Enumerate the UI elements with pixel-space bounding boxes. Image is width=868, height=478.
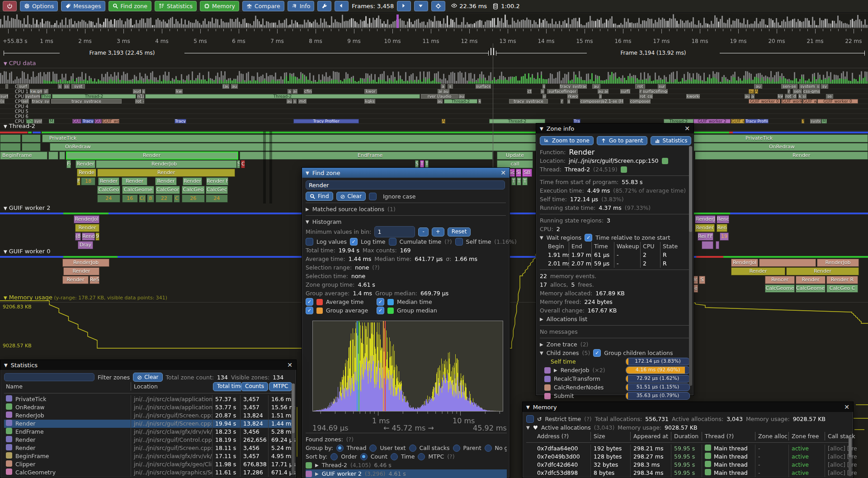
statistics-scrollbar[interactable] [292, 383, 295, 475]
zone-Tracy Profiler[interactable]: Tracy Profiler [745, 119, 769, 123]
zone-Dray[interactable]: Dray [78, 241, 93, 249]
collapse-triangle-icon[interactable]: ▼ [4, 363, 8, 368]
total-time-sort-button[interactable]: Total time [213, 382, 241, 391]
collapse-triangle-icon[interactable]: ▼ [4, 61, 7, 66]
next-frame-button[interactable] [397, 1, 411, 11]
log-time-checkbox[interactable]: ✓ [350, 238, 358, 246]
zone-au[interactable]: au [458, 94, 465, 99]
zone-md[interactable]: md [298, 99, 307, 104]
reset-button[interactable]: Reset [448, 227, 471, 237]
zone-OnRedraw[interactable]: OnRedrawOnRedraw [50, 143, 868, 151]
scrollbar-thumb[interactable] [689, 146, 692, 232]
zone-16[interactable]: 16 [122, 194, 138, 203]
zone-(s[interactable]: (s [0, 99, 5, 104]
sort-by-radio[interactable] [360, 453, 368, 460]
zone-surfaceflinger[interactable]: surfaceflinger [547, 89, 578, 94]
zone-rot_co[interactable]: rot_co [639, 94, 653, 99]
clear-filter-button[interactable]: ⊘Clear [133, 373, 162, 382]
sort-by-radio[interactable] [391, 453, 398, 460]
zone-C[interactable]: C [241, 160, 245, 168]
zone-au[interactable]: au [287, 99, 292, 104]
zone-unnamed[interactable] [5, 84, 8, 89]
zone-kw[interactable]: kw [175, 89, 183, 94]
zone-composer@[interactable]: composer@ [630, 99, 651, 104]
zone-Ren[interactable]: Ren [717, 224, 727, 232]
frame-overview-strip[interactable] [0, 14, 868, 28]
allocations-list-row[interactable]: ▶Allocations list [540, 315, 690, 323]
self-time-checkbox[interactable] [455, 238, 463, 246]
zone-sl[interactable]: sl [43, 89, 48, 94]
allocation-row[interactable]: 0x7e049b3d00128 bytes298.27 ms59.95 sMai… [526, 453, 849, 461]
found-zone-thread-row[interactable]: ▶Thread-2(4,105)6.46 s [306, 461, 507, 469]
statistics-row[interactable]: RenderJobjni/../jni/src/guif/Screen.cpp:… [4, 412, 292, 420]
zone-RenderJob[interactable]: RenderJob [62, 259, 109, 267]
zone-Render[interactable]: Render [695, 151, 868, 160]
zone-CalcGeo C[interactable]: CalcGeo C [826, 284, 858, 293]
frame-popup-button[interactable] [414, 1, 428, 11]
zone-Render[interactable]: Render [122, 177, 147, 185]
zone-a[interactable]: a [751, 94, 755, 99]
zone-trace-row[interactable]: ▶Zone trace(2) [540, 340, 690, 349]
zone-kworke[interactable]: kworke [686, 94, 700, 99]
min-bin-plus-button[interactable]: + [432, 227, 444, 237]
group-by-radio[interactable] [409, 445, 416, 452]
zone-Si[interactable]: Si [516, 169, 521, 177]
zone-a[interactable]: a [599, 94, 602, 99]
zone-Rend[interactable]: Rend [717, 215, 729, 223]
legend-checkbox[interactable]: ✓ [306, 307, 313, 314]
zone-Tracy Profiler[interactable]: Tracy Profiler [293, 119, 359, 123]
zone-CalcGeo[interactable]: CalcGeo [97, 186, 120, 194]
zone-Render[interactable]: Render [66, 151, 238, 160]
collapse-triangle-icon[interactable]: ▼ [4, 249, 7, 254]
zone-T[interactable]: T [517, 177, 521, 185]
zone-aud[interactable]: aud [133, 89, 141, 94]
zone-s[interactable]: s [293, 99, 297, 104]
legend-checkbox[interactable]: ✓ [306, 298, 313, 306]
zone-s[interactable]: s [58, 84, 62, 89]
statistics-button[interactable]: Statistics [155, 1, 197, 11]
zone-Render[interactable]: Render [97, 169, 235, 177]
child-zone-row[interactable]: Submit35.63 µs (0.79%) [540, 392, 690, 400]
zone-Thread-2[interactable]: Thread-2 [145, 94, 420, 99]
find-zone-panel-titlebar[interactable]: ▼Find zone✕ [302, 168, 509, 178]
zone-Render[interactable]: Render [62, 276, 89, 284]
zone-s[interactable]: s [542, 84, 545, 89]
zone-info-scrollbar[interactable] [689, 146, 692, 386]
zone-surfa[interactable]: surfa [0, 94, 8, 99]
statistics-row[interactable]: Clipperjni/../jni/src/claw/gfx/geo/Clipp… [4, 460, 292, 469]
zone-RenderJob[interactable]: RenderJob [817, 259, 859, 267]
child-zone-time-bar[interactable]: 4.16 ms (92.60%) [626, 366, 690, 374]
zone-24[interactable]: 24 [97, 194, 120, 203]
active-allocations-header[interactable]: ▼♥Active allocations(3,043) Memory usage… [526, 423, 849, 432]
zone-Thre[interactable]: Thre [41, 94, 51, 99]
zone-unnamed[interactable] [0, 143, 21, 151]
zone-C([interactable]: C( [139, 194, 146, 203]
zone-GUIF[interactable]: GUIF [72, 119, 81, 123]
zone-au ai[interactable]: au ai [598, 89, 609, 94]
zone-?[interactable]: ? [802, 119, 804, 123]
collapse-triangle-icon[interactable]: ▼ [4, 295, 7, 300]
collapse-triangle-icon[interactable]: ▼ [526, 405, 530, 410]
zone-syste[interactable]: syste [810, 119, 821, 123]
memory-button[interactable]: Memory [200, 1, 239, 11]
zone-CalcGeo[interactable]: CalcGeo [182, 186, 205, 194]
zone-RenderJob[interactable]: RenderJob [96, 160, 237, 168]
zone-CalcGeome[interactable]: CalcGeome [765, 284, 795, 293]
prev-frame-button[interactable] [335, 1, 349, 11]
zone-rot_d[interactable]: rot_d [135, 99, 144, 104]
section-header-guif-worker-2[interactable]: ▼GUIF worker 2 [4, 204, 50, 211]
zone-surfac[interactable]: surfac [620, 89, 630, 94]
statistics-button[interactable]: Statistics [651, 136, 692, 145]
zone-rver (/audio[interactable]: rver (/audio [421, 94, 458, 99]
zone-F[interactable]: F [77, 177, 80, 185]
found-zone-thread-row[interactable]: ▶GUIF worker 2(3,296)4.61 s [306, 469, 507, 478]
zone-8[interactable]: 8 [147, 194, 154, 203]
zone-Thread-2[interactable]: Thread-2 [444, 99, 477, 104]
zone-Update[interactable]: Update [497, 151, 533, 160]
collapse-triangle-icon[interactable]: ▼ [306, 170, 309, 175]
zone-syst[interactable]: syst [71, 84, 85, 89]
scrollbar-thumb[interactable] [849, 436, 852, 457]
info-button[interactable]: Info [288, 1, 315, 11]
zone-(8[interactable]: (8 [75, 232, 81, 241]
relative-time-checkbox[interactable]: ✓ [585, 234, 592, 241]
